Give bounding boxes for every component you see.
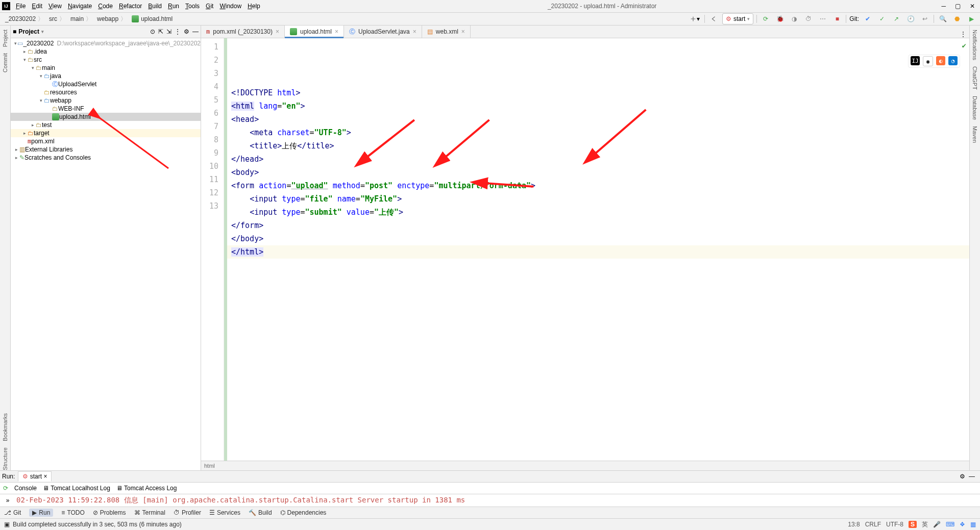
- stripe-project[interactable]: Project: [2, 30, 8, 47]
- run-config-selector[interactable]: ⚙start▾: [722, 13, 753, 24]
- add-icon[interactable]: ▾: [688, 14, 701, 24]
- run-subtabs[interactable]: ⟳ Console 🖥 Tomcat Localhost Log 🖥 Tomca…: [0, 482, 980, 494]
- toolwin-git[interactable]: ⎇ Git: [4, 509, 21, 516]
- tree-node-pom-xml[interactable]: m pom.xml: [11, 137, 201, 145]
- vcs-rollback-icon[interactable]: ↩: [919, 14, 930, 24]
- encoding[interactable]: UTF-8: [886, 521, 903, 528]
- tree-node--idea[interactable]: ▸🗀 .idea: [11, 47, 201, 56]
- tree-node-web-inf[interactable]: 🗀 WEB-INF: [11, 105, 201, 113]
- browser-edge-icon[interactable]: ◔: [948, 56, 958, 65]
- back-icon[interactable]: [708, 14, 719, 24]
- code-line-8[interactable]: <form action="upload" method="post" enct…: [227, 179, 969, 192]
- run-console[interactable]: » 02-Feb-2023 11:59:22.808 信息 [main] org…: [0, 494, 980, 507]
- ime-lang[interactable]: 英: [922, 520, 928, 529]
- stripe-chatgpt[interactable]: ChatGPT: [972, 66, 978, 90]
- tree-node-src[interactable]: ▾🗀 src: [11, 56, 201, 64]
- tray-mic-icon[interactable]: 🎤: [933, 521, 941, 528]
- tab-close-icon[interactable]: ×: [335, 28, 338, 35]
- menu-run[interactable]: Run: [165, 2, 182, 11]
- stripe-database[interactable]: Database: [972, 96, 978, 120]
- run-subtab-console[interactable]: Console: [14, 485, 37, 492]
- tree-node-main[interactable]: ▾🗀 main: [11, 64, 201, 72]
- editor-tab-web-xml[interactable]: ▤ web.xml ×: [422, 26, 471, 38]
- caret-position[interactable]: 13:8: [848, 521, 860, 528]
- vcs-push-icon[interactable]: ↗: [891, 14, 902, 24]
- crumb-webapp[interactable]: webapp 〉: [95, 15, 129, 23]
- toolwin-run[interactable]: ▶ Run: [29, 509, 53, 517]
- code-line-10[interactable]: <input type="submit" value="上传">: [227, 206, 969, 219]
- debug-button[interactable]: 🐞: [774, 14, 786, 24]
- editor-crumb-bar[interactable]: html: [201, 461, 969, 470]
- menu-build[interactable]: Build: [145, 2, 164, 11]
- toolwin-terminal[interactable]: ⌘ Terminal: [134, 509, 165, 516]
- left-tool-stripe[interactable]: Project Commit Bookmarks Structure: [0, 26, 11, 470]
- maximize-button[interactable]: ▢: [955, 3, 961, 10]
- run-rerun-icon[interactable]: ⟳: [3, 485, 8, 492]
- crumb-upload-html[interactable]: upload.html: [130, 15, 175, 22]
- tree-node-upload-html[interactable]: upload.html: [11, 113, 201, 121]
- crumb-_20230202[interactable]: _20230202 〉: [3, 15, 46, 23]
- menu-navigate[interactable]: Navigate: [65, 2, 94, 11]
- more-run-icon[interactable]: ⋯: [817, 14, 828, 24]
- locate-icon[interactable]: ⊙: [150, 28, 155, 35]
- minimize-button[interactable]: ─: [941, 3, 946, 10]
- code-line-3[interactable]: <head>: [227, 113, 969, 126]
- inspection-ok-icon[interactable]: ✔: [962, 41, 966, 49]
- run-subtab-localhost-log[interactable]: 🖥 Tomcat Localhost Log: [43, 485, 110, 492]
- code-line-1[interactable]: <!DOCTYPE html>: [227, 86, 969, 99]
- menu-window[interactable]: Window: [217, 2, 244, 11]
- tree-node-test[interactable]: ▸🗀 test: [11, 121, 201, 129]
- run-config-tab[interactable]: ⚙ start ×: [18, 471, 52, 482]
- stop-button[interactable]: ■: [831, 14, 843, 24]
- project-title[interactable]: ■ Project ▾: [13, 28, 44, 35]
- tab-close-icon[interactable]: ×: [276, 28, 279, 35]
- play-forward-icon[interactable]: ▶: [966, 14, 977, 24]
- run-subtab-access-log[interactable]: 🖥 Tomcat Access Log: [116, 485, 177, 492]
- tree-node-webapp[interactable]: ▾🗀 webapp: [11, 96, 201, 105]
- toolwin-profiler[interactable]: ⏱ Profiler: [174, 509, 201, 516]
- line-separator[interactable]: CRLF: [865, 521, 881, 528]
- tree-node-_20230202[interactable]: ▾▭ _20230202D:\workspace\workspace_javae…: [11, 39, 201, 47]
- tray-keyboard-icon[interactable]: ⌨: [946, 521, 954, 528]
- editor-body[interactable]: 12345678910111213 ✔ IJ ◉ ◐ ◔ <!DOCTYPE h…: [201, 38, 969, 461]
- menu-refactor[interactable]: Refactor: [116, 2, 144, 11]
- run-options-icon[interactable]: ⚙: [960, 473, 965, 480]
- menu-view[interactable]: View: [46, 2, 64, 11]
- hide-icon[interactable]: —: [192, 28, 199, 35]
- vcs-update-icon[interactable]: ✔: [862, 14, 873, 24]
- code-line-12[interactable]: </body>: [227, 232, 969, 245]
- vcs-commit-icon[interactable]: ✓: [876, 14, 888, 24]
- menu-tools[interactable]: Tools: [183, 2, 202, 11]
- tab-close-icon[interactable]: ×: [461, 28, 465, 35]
- tabs-more-icon[interactable]: ⋮: [960, 31, 966, 38]
- project-tree[interactable]: ▾▭ _20230202D:\workspace\workspace_javae…: [11, 38, 201, 470]
- open-in-browser[interactable]: IJ ◉ ◐ ◔: [908, 55, 960, 68]
- code-line-13[interactable]: </html>: [227, 245, 969, 259]
- settings-icon[interactable]: ⬣: [951, 14, 963, 24]
- code-line-7[interactable]: <body>: [227, 166, 969, 179]
- editor-tab-upload-html[interactable]: upload.html ×: [285, 26, 344, 38]
- search-everywhere-icon[interactable]: 🔍: [937, 14, 948, 24]
- main-menu[interactable]: FileEditViewNavigateCodeRefactorBuildRun…: [13, 2, 263, 11]
- code-line-6[interactable]: </head>: [227, 153, 969, 166]
- code-line-11[interactable]: </form>: [227, 219, 969, 232]
- browser-chrome-icon[interactable]: ◉: [923, 56, 933, 66]
- crumb-main[interactable]: main 〉: [68, 15, 94, 23]
- stripe-maven[interactable]: Maven: [972, 126, 978, 143]
- code-area[interactable]: ✔ IJ ◉ ◐ ◔ <!DOCTYPE html><html lang="en…: [227, 38, 969, 461]
- close-button[interactable]: ✕: [970, 3, 975, 10]
- run-button[interactable]: ⟳: [760, 14, 771, 24]
- crumb-src[interactable]: src 〉: [47, 15, 67, 23]
- menu-code[interactable]: Code: [95, 2, 115, 11]
- tree-node-resources[interactable]: 🗀 resources: [11, 88, 201, 96]
- browser-firefox-icon[interactable]: ◐: [936, 56, 945, 65]
- tree-node-scratches-and-consoles[interactable]: ▸✎ Scratches and Consoles: [11, 154, 201, 162]
- code-line-2[interactable]: <html lang="en">: [227, 99, 969, 113]
- run-scroll-icon[interactable]: »: [2, 497, 13, 504]
- tab-close-icon[interactable]: ×: [413, 28, 416, 35]
- status-icon[interactable]: ▣: [4, 521, 10, 528]
- stripe-commit[interactable]: Commit: [2, 53, 8, 72]
- menu-git[interactable]: Git: [203, 2, 216, 11]
- menu-file[interactable]: File: [13, 2, 28, 11]
- code-line-5[interactable]: <title>上传</title>: [227, 139, 969, 153]
